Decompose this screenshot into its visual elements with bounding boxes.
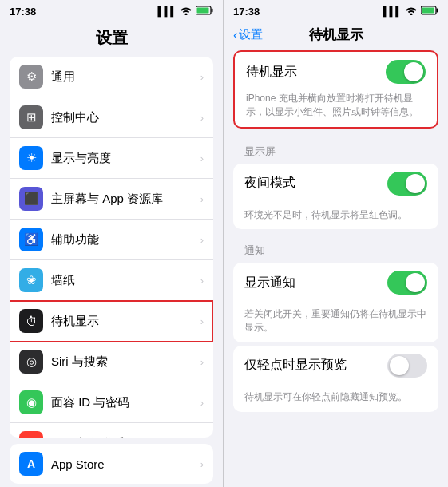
standby-toggle-switch[interactable] [386,60,426,84]
control-center-icon: ⊞ [19,105,43,129]
left-page-title: 设置 [0,22,223,57]
settings-item-control-center[interactable]: ⊞ 控制中心 › [10,97,213,138]
night-mode-row: 夜间模式 [233,164,438,204]
notif-card: 显示通知 若关闭此开关，重要通知仍将在待机显示中显示。 [233,263,438,342]
settings-item-wallpaper[interactable]: ❀ 墙纸 › [10,260,213,301]
right-page-title: 待机显示 [309,26,363,44]
wallpaper-label: 墙纸 [51,273,197,288]
svg-rect-1 [212,9,213,13]
r-signal-icon: ▌▌▌ [383,6,402,16]
svg-rect-2 [197,8,209,14]
r-wifi-icon [405,6,418,17]
signal-icon: ▌▌▌ [158,6,176,16]
general-label: 通用 [51,69,197,85]
back-label: 设置 [239,27,263,42]
sos-chevron: › [200,438,204,438]
night-mode-label: 夜间模式 [244,175,295,192]
accessibility-label: 辅助功能 [51,232,197,247]
wallpaper-chevron: › [200,275,204,287]
sos-icon: SOS [19,431,43,438]
tap-only-label: 仅轻点时显示预览 [244,357,347,374]
appstore-label: App Store [51,457,197,471]
settings-item-faceid[interactable]: ◉ 面容 ID 与密码 › [10,382,213,423]
left-status-icons: ▌▌▌ [158,6,213,17]
display-icon: ☀ [19,146,43,170]
show-notif-description: 若关闭此开关，重要通知仍将在待机显示中显示。 [233,303,438,342]
back-button[interactable]: ‹ 设置 [233,27,263,42]
appstore-icon: A [19,452,43,476]
left-panel: 17:38 ▌▌▌ 设置 ⚙ 通用 › ⊞ 控制中心 › [0,0,224,487]
faceid-chevron: › [200,397,204,409]
night-mode-switch[interactable] [387,172,427,196]
faceid-label: 面容 ID 与密码 [51,395,197,410]
accessibility-icon: ♿ [19,228,43,251]
siri-icon: ◎ [19,350,43,374]
battery-icon [196,6,213,17]
back-chevron-icon: ‹ [233,28,237,42]
display-chevron: › [200,152,204,164]
faceid-icon: ◉ [19,390,43,414]
wifi-icon [180,6,192,17]
homescreen-chevron: › [200,193,204,205]
siri-chevron: › [200,356,204,368]
tap-only-switch[interactable] [387,354,427,378]
settings-item-homescreen[interactable]: ⬛ 主屏幕与 App 资源库 › [10,179,213,220]
svg-rect-4 [437,9,438,13]
show-notif-label: 显示通知 [244,275,295,291]
settings-item-display[interactable]: ☀ 显示与亮度 › [10,138,213,179]
control-center-chevron: › [200,112,204,124]
settings-item-standby[interactable]: ⏱ 待机显示 › [10,301,213,342]
show-notif-row: 显示通知 [233,263,438,303]
left-time: 17:38 [10,6,36,18]
sos-label: SOS紧急联系 [51,436,197,438]
accessibility-chevron: › [200,234,204,246]
tap-only-knob [390,356,409,375]
standby-toggle-card: 待机显示 iPhone 充电并横向放置时将打开待机显示，以显示小组件、照片或时钟… [233,50,438,129]
wallpaper-icon: ❀ [19,268,43,292]
tap-only-description: 待机显示可在你轻点前隐藏通知预览。 [233,386,438,412]
right-time: 17:38 [233,6,260,18]
settings-item-general[interactable]: ⚙ 通用 › [10,57,213,97]
standby-description: iPhone 充电并横向放置时将打开待机显示，以显示小组件、照片或时钟等信息。 [235,92,437,127]
notif-section-header: 通知 [233,232,438,263]
tap-only-card: 仅轻点时显示预览 待机显示可在你轻点前隐藏通知预览。 [233,346,438,412]
standby-chevron: › [200,315,204,327]
right-status-bar: 17:38 ▌▌▌ [224,0,448,22]
show-notif-knob [406,273,425,292]
tap-only-row: 仅轻点时显示预览 [233,346,438,386]
siri-label: Siri 与搜索 [51,354,197,370]
homescreen-label: 主屏幕与 App 资源库 [51,192,197,207]
display-label: 显示与亮度 [51,151,197,166]
night-mode-description: 环境光不足时，待机显示将呈红色调。 [233,204,438,230]
right-header: ‹ 设置 待机显示 [224,22,448,50]
standby-label: 待机显示 [51,314,197,329]
control-center-label: 控制中心 [51,110,197,125]
right-content: 待机显示 iPhone 充电并横向放置时将打开待机显示，以显示小组件、照片或时钟… [224,50,448,487]
right-panel: 17:38 ▌▌▌ ‹ 设置 待机显示 待机显示 iPhon [224,0,448,487]
display-card: 夜间模式 环境光不足时，待机显示将呈红色调。 [233,164,438,230]
r-battery-icon [421,6,438,17]
general-icon: ⚙ [19,65,43,89]
right-status-icons: ▌▌▌ [383,6,438,17]
standby-toggle-label: 待机显示 [246,64,297,81]
display-section-header: 显示屏 [233,133,438,164]
settings-item-sos[interactable]: SOS SOS紧急联系 › [10,423,213,438]
standby-icon: ⏱ [19,309,43,333]
night-mode-knob [406,174,425,193]
settings-item-accessibility[interactable]: ♿ 辅助功能 › [10,220,213,260]
general-chevron: › [200,71,204,83]
left-status-bar: 17:38 ▌▌▌ [0,0,223,22]
appstore-item[interactable]: A App Store › [10,444,213,484]
settings-item-siri[interactable]: ◎ Siri 与搜索 › [10,342,213,382]
standby-toggle-row: 待机显示 [235,52,437,92]
settings-list: ⚙ 通用 › ⊞ 控制中心 › ☀ 显示与亮度 › ⬛ 主屏幕与 App 资源库… [10,57,213,438]
svg-rect-5 [422,8,434,14]
appstore-chevron: › [200,458,204,470]
show-notif-switch[interactable] [387,271,427,295]
standby-toggle-knob [404,62,423,81]
homescreen-icon: ⬛ [19,187,43,211]
